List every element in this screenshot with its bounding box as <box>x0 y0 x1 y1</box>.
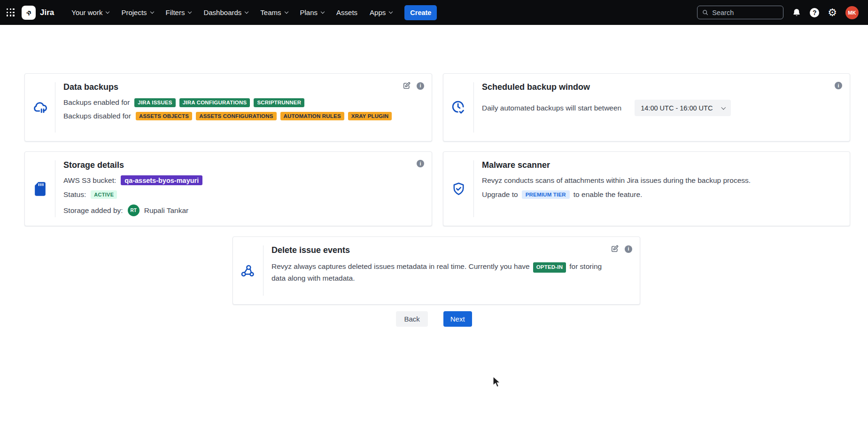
status-badge: ACTIVE <box>91 190 117 199</box>
chevron-down-icon <box>245 9 248 13</box>
card-title: Scheduled backup window <box>482 82 817 92</box>
status-label: Status: <box>63 190 86 199</box>
disabled-badge: ASSETS OBJECTS <box>136 112 192 121</box>
nav-item-teams[interactable]: Teams <box>254 0 294 25</box>
card-icon-column <box>25 74 55 141</box>
scheduled-backup-card: Scheduled backup window Daily automated … <box>443 73 850 141</box>
nav-menu: Your work Projects Filters Dashboards Te… <box>65 0 398 25</box>
notifications-bell-icon[interactable] <box>792 8 801 17</box>
added-by-name: Rupali Tankar <box>144 206 189 215</box>
chevron-down-icon <box>389 9 393 13</box>
mouse-cursor <box>491 376 503 388</box>
nav-item-apps[interactable]: Apps <box>364 0 398 25</box>
malware-scanner-card: Malware scanner Revyz conducts scans of … <box>443 151 850 226</box>
edit-icon[interactable] <box>403 82 411 90</box>
sd-card-icon <box>34 181 46 196</box>
search-icon <box>702 9 708 16</box>
upgrade-prefix: Upgrade to <box>482 190 518 199</box>
back-button[interactable]: Back <box>396 311 427 327</box>
nav-item-projects[interactable]: Projects <box>115 0 159 25</box>
main-content: Data backups Backups enabled for JIRA IS… <box>0 25 868 448</box>
disabled-badge: AUTOMATION RULES <box>280 112 344 121</box>
enabled-label: Backups enabled for <box>63 98 130 107</box>
cloud-backup-pause-icon <box>32 100 48 116</box>
edit-icon[interactable] <box>611 245 619 253</box>
divider <box>55 82 55 133</box>
delete-events-description: Revyz always captures deleted issues met… <box>271 261 607 283</box>
chevron-down-icon <box>721 105 725 109</box>
disabled-badge: ASSETS CONFIGURATIONS <box>196 112 276 121</box>
create-button[interactable]: Create <box>404 5 437 20</box>
backup-window-select[interactable]: 14:00 UTC - 16:00 UTC <box>635 100 731 116</box>
storage-details-card: Storage details AWS S3 bucket: qa-assets… <box>24 151 432 226</box>
chevron-down-icon <box>284 9 288 13</box>
jira-logo-icon: » <box>22 6 36 20</box>
opted-in-badge: OPTED-IN <box>533 262 566 273</box>
enabled-badge: JIRA ISSUES <box>134 98 175 107</box>
card-icon-column <box>233 237 263 304</box>
enabled-badge: JIRA CONFIGURATIONS <box>179 98 250 107</box>
card-title: Storage details <box>63 160 399 170</box>
delete-issue-events-card: Delete issue events Revyz always capture… <box>232 236 640 305</box>
upgrade-suffix: to enable the feature. <box>574 190 643 199</box>
chevron-down-icon <box>321 9 325 13</box>
clock-schedule-icon <box>451 100 466 115</box>
brand-name: Jira <box>40 8 54 17</box>
nav-item-filters[interactable]: Filters <box>160 0 198 25</box>
jira-logo[interactable]: » Jira <box>22 6 54 20</box>
webhook-events-icon <box>240 263 256 278</box>
disabled-badges: ASSETS OBJECTSASSETS CONFIGURATIONSAUTOM… <box>136 112 392 121</box>
help-icon[interactable]: ? <box>810 8 819 17</box>
nav-item-dashboards[interactable]: Dashboards <box>197 0 254 25</box>
nav-item-your-work[interactable]: Your work <box>65 0 115 25</box>
nav-item-assets[interactable]: Assets <box>330 0 364 25</box>
wizard-buttons: Back Next <box>0 311 868 327</box>
divider <box>263 245 264 296</box>
card-title: Delete issue events <box>271 245 607 255</box>
nav-item-plans[interactable]: Plans <box>294 0 331 25</box>
user-avatar[interactable]: MK <box>845 6 859 19</box>
shield-check-icon <box>451 181 466 197</box>
enabled-badges: JIRA ISSUESJIRA CONFIGURATIONSSCRIPTRUNN… <box>134 98 304 107</box>
chevron-down-icon <box>106 9 109 13</box>
card-title: Data backups <box>63 82 399 92</box>
card-icon-column <box>25 152 55 226</box>
premium-tier-badge: PREMIUM TIER <box>522 190 570 199</box>
nav-right-group: ? ⚙ MK <box>697 6 859 19</box>
card-title: Malware scanner <box>482 160 817 170</box>
app-switcher-icon[interactable] <box>7 8 15 16</box>
bucket-label: AWS S3 bucket: <box>63 176 116 185</box>
info-icon[interactable]: i <box>835 82 842 89</box>
divider <box>55 160 55 217</box>
info-icon[interactable]: i <box>625 245 632 253</box>
search-box[interactable] <box>697 6 783 19</box>
settings-gear-icon[interactable]: ⚙ <box>828 8 837 18</box>
divider <box>473 160 474 217</box>
bucket-value-badge: qa-assets-byos-mayuri <box>121 175 202 185</box>
info-icon[interactable]: i <box>417 82 424 90</box>
chevron-down-icon <box>150 9 154 13</box>
added-by-label: Storage added by: <box>63 206 123 215</box>
scanner-description: Revyz conducts scans of attachments with… <box>482 176 751 185</box>
enabled-badge: SCRIPTRUNNER <box>254 98 304 107</box>
divider <box>473 82 474 133</box>
disabled-badge: XRAY PLUGIN <box>348 112 392 121</box>
card-icon-column <box>443 74 473 141</box>
data-backups-card: Data backups Backups enabled for JIRA IS… <box>24 73 432 141</box>
card-icon-column <box>443 152 473 226</box>
added-by-avatar: RT <box>128 204 140 216</box>
info-icon[interactable]: i <box>417 160 424 167</box>
disabled-label: Backups disabled for <box>63 112 131 120</box>
chevron-down-icon <box>188 9 192 13</box>
search-input[interactable] <box>712 9 778 16</box>
top-navigation: » Jira Your work Projects Filters Dashbo… <box>0 0 868 25</box>
backup-window-label: Daily automated backups will start betwe… <box>482 104 621 112</box>
next-button[interactable]: Next <box>443 311 472 327</box>
